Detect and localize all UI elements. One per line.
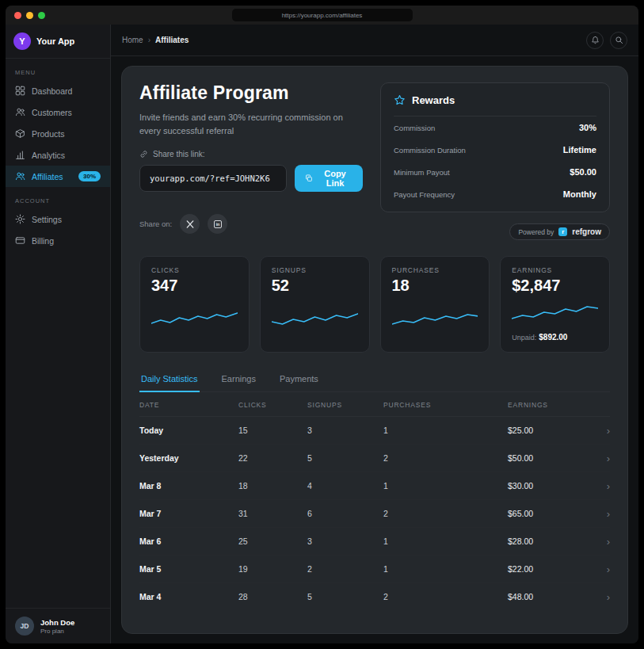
signups-sparkline [272, 307, 358, 330]
sidebar-item-label: Dashboard [32, 86, 72, 96]
chevron-right-icon: › [597, 453, 610, 464]
table-row[interactable]: Mar 8 18 4 1 $30.00 › [139, 472, 610, 500]
table-row[interactable]: Mar 6 25 3 1 $28.00 › [139, 528, 610, 555]
reward-value: Lifetime [563, 145, 596, 155]
tab-daily-statistics[interactable]: Daily Statistics [139, 367, 200, 392]
rewards-card: Rewards Commission 30% Commission Durati… [380, 82, 610, 212]
stat-card-earnings: EARNINGS $2,847 Unpaid:$892.00 [500, 256, 610, 353]
column-header-purchases: PURCHASES [383, 401, 508, 409]
sidebar-item-label: Customers [32, 108, 72, 117]
breadcrumb-home[interactable]: Home [122, 36, 143, 44]
chevron-right-icon: › [597, 564, 610, 575]
sidebar-item-dashboard[interactable]: Dashboard [6, 80, 110, 101]
sidebar-item-label: Billing [32, 236, 54, 246]
tab-earnings[interactable]: Earnings [220, 367, 257, 392]
cell-earnings: $28.00 [508, 536, 597, 546]
avatar: JD [15, 617, 34, 636]
cell-signups: 6 [307, 509, 383, 518]
cell-clicks: 22 [238, 453, 307, 463]
stat-value: 347 [151, 277, 238, 295]
cell-earnings: $22.00 [508, 564, 597, 574]
reward-value: $50.00 [570, 167, 596, 177]
maximize-window-button[interactable] [38, 12, 45, 19]
powered-by-badge[interactable]: Powered by r refgrow [509, 223, 610, 240]
cell-signups: 3 [307, 536, 383, 546]
stat-value: 18 [392, 277, 478, 295]
tab-payments[interactable]: Payments [278, 367, 320, 392]
cell-purchases: 1 [383, 536, 508, 546]
reward-row: Payout Frequency Monthly [394, 183, 596, 205]
grid-icon [15, 86, 25, 96]
user-name: John Doe [40, 618, 74, 627]
cell-date: Mar 4 [139, 592, 238, 601]
copy-link-button[interactable]: Copy Link [295, 165, 363, 192]
column-header-earnings: EARNINGS [508, 401, 597, 409]
page-title: Affiliate Program [139, 82, 363, 104]
daily-statistics-table: DATE CLICKS SIGNUPS PURCHASES EARNINGS T… [139, 392, 610, 610]
user-profile[interactable]: JD John Doe Pro plan [6, 608, 110, 643]
reward-value: Monthly [563, 189, 596, 199]
search-icon [615, 36, 623, 44]
sidebar-item-label: Analytics [32, 151, 65, 160]
table-row[interactable]: Mar 5 19 2 1 $22.00 › [139, 555, 610, 583]
close-window-button[interactable] [14, 12, 21, 19]
affiliate-program-card: Affiliate Program Invite friends and ear… [121, 66, 628, 634]
sidebar-item-affiliates[interactable]: Affiliates 30% [6, 166, 110, 187]
stat-card-purchases: PURCHASES 18 [380, 256, 490, 353]
purchases-sparkline [392, 307, 478, 330]
cell-date: Yesterday [139, 453, 238, 463]
stat-label: EARNINGS [512, 266, 598, 274]
search-button[interactable] [610, 32, 627, 49]
star-icon [394, 94, 406, 106]
sidebar-item-settings[interactable]: Settings [6, 208, 110, 230]
chevron-right-icon: › [597, 481, 610, 491]
table-row[interactable]: Mar 4 28 5 2 $48.00 › [139, 583, 610, 610]
column-header-clicks: CLICKS [238, 401, 307, 409]
chevron-right-icon: › [597, 536, 610, 547]
cell-clicks: 15 [238, 426, 307, 435]
tabs: Daily Statistics Earnings Payments [139, 367, 610, 392]
app-shell: https://yourapp.com/affiliates Y Your Ap… [6, 6, 638, 643]
cell-signups: 4 [307, 481, 383, 491]
cell-earnings: $65.00 [508, 509, 597, 518]
page-frame: https://yourapp.com/affiliates Y Your Ap… [0, 0, 644, 649]
minimize-window-button[interactable] [26, 12, 33, 19]
sidebar-item-customers[interactable]: Customers [6, 101, 110, 123]
stat-label: PURCHASES [392, 266, 478, 274]
cell-clicks: 19 [238, 564, 307, 574]
cell-purchases: 2 [383, 509, 508, 518]
stat-card-signups: SIGNUPS 52 [260, 256, 370, 353]
url-bar[interactable]: https://yourapp.com/affiliates [232, 9, 413, 21]
table-row[interactable]: Today 15 3 1 $25.00 › [139, 417, 610, 445]
cell-purchases: 1 [383, 481, 508, 491]
reward-label: Commission [394, 124, 435, 132]
share-x-button[interactable] [180, 214, 200, 234]
menu-section-label: MENU [6, 59, 110, 80]
sidebar-item-analytics[interactable]: Analytics [6, 144, 110, 166]
svg-text:in: in [215, 222, 219, 227]
share-linkedin-button[interactable]: in [208, 214, 227, 234]
reward-label: Minimum Payout [394, 168, 450, 177]
cell-date: Today [139, 426, 238, 435]
reward-row: Commission Duration Lifetime [394, 139, 596, 161]
referral-link-input[interactable] [139, 165, 287, 192]
sidebar-item-billing[interactable]: Billing [6, 230, 110, 251]
sidebar-item-products[interactable]: Products [6, 123, 110, 144]
table-row[interactable]: Yesterday 22 5 2 $50.00 › [139, 445, 610, 472]
chevron-right-icon: › [597, 592, 610, 602]
affiliates-icon [15, 171, 25, 181]
reward-label: Payout Frequency [394, 190, 455, 199]
cell-date: Mar 7 [139, 509, 238, 518]
app-logo-row[interactable]: Y Your App [6, 25, 110, 59]
sidebar-item-label: Settings [32, 215, 62, 224]
table-row[interactable]: Mar 7 31 6 2 $65.00 › [139, 500, 610, 528]
topbar: Home › Affiliates [111, 25, 638, 56]
reward-label: Commission Duration [394, 146, 466, 155]
cell-signups: 5 [307, 453, 383, 463]
notifications-button[interactable] [586, 32, 604, 49]
cell-clicks: 31 [238, 509, 307, 518]
sidebar: Y Your App MENU Dashboard Customers Prod… [6, 25, 111, 643]
cell-earnings: $30.00 [508, 481, 597, 491]
sidebar-item-label: Affiliates [32, 172, 63, 181]
earnings-sparkline [512, 301, 598, 323]
